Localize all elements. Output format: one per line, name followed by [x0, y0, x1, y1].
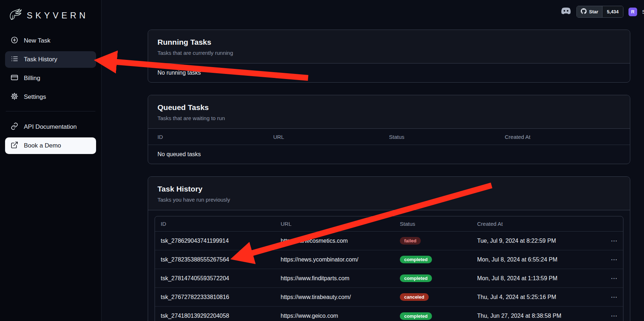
- card-title: Running Tasks: [157, 38, 621, 47]
- queued-table-header: ID URL Status Created At: [148, 129, 630, 145]
- task-id: tsk_278235388555267564: [161, 256, 281, 263]
- status-badge: completed: [400, 256, 432, 263]
- task-created-at: Mon, Jul 8, 2024 at 6:55:24 PM: [477, 256, 596, 263]
- github-star-button[interactable]: Star 5,434: [576, 6, 623, 18]
- table-row[interactable]: tsk_276727822333810816 https://www.tirab…: [155, 288, 623, 307]
- task-url: https://news.ycombinator.com/: [281, 256, 400, 263]
- user-name-partial: S: [642, 9, 644, 15]
- sidebar-item-label: API Documentation: [24, 123, 77, 131]
- skyvern-dragon-icon: [7, 8, 23, 23]
- sidebar-item-label: Task History: [24, 56, 57, 63]
- card-subtitle: Tasks you have run previously: [157, 197, 621, 203]
- column-header-created-at: Created At: [477, 221, 596, 227]
- task-id: tsk_276727822333810816: [161, 294, 281, 300]
- running-tasks-card: Running Tasks Tasks that are currently r…: [148, 30, 630, 83]
- card-title: Queued Tasks: [157, 103, 621, 112]
- column-header-status: Status: [389, 134, 505, 140]
- sidebar-item-settings[interactable]: Settings: [5, 89, 96, 105]
- table-row[interactable]: tsk_278629043741199914 https://tartecosm…: [155, 232, 623, 250]
- task-id: tsk_278147405593572204: [161, 275, 281, 282]
- github-icon: [581, 8, 587, 15]
- task-url: https://www.tirabeauty.com/: [281, 294, 400, 300]
- running-tasks-empty: No running tasks: [148, 63, 630, 82]
- table-row[interactable]: tsk_274180139292204058 https://www.geico…: [155, 307, 623, 321]
- brand-name: SKYVERN: [27, 10, 88, 21]
- column-header-url: URL: [273, 134, 389, 140]
- sidebar-item-label: New Task: [24, 37, 50, 44]
- queued-tasks-card: Queued Tasks Tasks that are waiting to r…: [148, 95, 630, 164]
- discord-icon: [561, 7, 571, 16]
- table-row[interactable]: tsk_278235388555267564 https://news.ycom…: [155, 250, 623, 269]
- primary-nav: New Task Task History Billing Settings: [5, 32, 96, 105]
- sidebar-item-label: Book a Demo: [24, 142, 61, 149]
- topbar: Star 5,434 R S: [561, 6, 644, 18]
- row-actions-button[interactable]: ⋯: [611, 274, 617, 282]
- task-created-at: Tue, Jul 9, 2024 at 8:22:59 PM: [477, 238, 596, 244]
- book-a-demo-button[interactable]: Book a Demo: [5, 137, 96, 154]
- link-icon: [10, 122, 18, 132]
- sidebar-item-new-task[interactable]: New Task: [5, 32, 96, 49]
- task-id: tsk_274180139292204058: [161, 313, 281, 319]
- plus-circle-icon: [10, 36, 18, 46]
- list-icon: [10, 55, 18, 65]
- task-url: https://tartecosmetics.com: [281, 238, 400, 244]
- card-subtitle: Tasks that are waiting to run: [157, 115, 621, 121]
- status-badge: completed: [400, 274, 432, 282]
- sidebar-item-label: Settings: [24, 93, 46, 101]
- sidebar-divider: [6, 111, 95, 111]
- gear-icon: [10, 92, 18, 102]
- credit-card-icon: [10, 74, 18, 83]
- column-header-status: Status: [400, 221, 477, 227]
- task-created-at: Thu, Jun 27, 2024 at 8:38:58 PM: [477, 313, 596, 319]
- row-actions-button[interactable]: ⋯: [611, 256, 617, 264]
- column-header-id: ID: [161, 221, 281, 227]
- brand-logo: SKYVERN: [5, 6, 96, 32]
- sidebar-item-label: Billing: [24, 75, 40, 82]
- secondary-nav: API Documentation Book a Demo: [5, 119, 96, 154]
- sidebar-item-billing[interactable]: Billing: [5, 70, 96, 87]
- main-content: Running Tasks Tasks that are currently r…: [101, 0, 644, 321]
- external-link-icon: [10, 141, 18, 151]
- row-actions-button[interactable]: ⋯: [611, 312, 617, 320]
- running-tasks-header: Running Tasks Tasks that are currently r…: [148, 30, 630, 63]
- user-avatar[interactable]: R: [628, 8, 637, 16]
- card-title: Task History: [157, 185, 621, 193]
- queued-tasks-empty: No queued tasks: [148, 145, 630, 164]
- task-created-at: Mon, Jul 8, 2024 at 1:13:59 PM: [477, 275, 596, 282]
- column-header-created-at: Created At: [505, 134, 621, 140]
- task-history-header: Task History Tasks you have run previous…: [148, 177, 630, 210]
- status-badge: canceled: [400, 293, 429, 301]
- discord-button[interactable]: [561, 7, 571, 16]
- row-actions-button[interactable]: ⋯: [611, 293, 617, 301]
- task-url: https://www.finditparts.com: [281, 275, 400, 282]
- task-created-at: Thu, Jul 4, 2024 at 5:25:16 PM: [477, 294, 596, 300]
- task-history-table-header: ID URL Status Created At: [155, 216, 623, 232]
- task-url: https://www.geico.com: [281, 313, 400, 319]
- task-history-card: Task History Tasks you have run previous…: [148, 176, 630, 321]
- sidebar-item-api-documentation[interactable]: API Documentation: [5, 119, 96, 135]
- queued-tasks-header: Queued Tasks Tasks that are waiting to r…: [148, 95, 630, 129]
- task-history-table: ID URL Status Created At tsk_27862904374…: [155, 216, 623, 321]
- sidebar-item-task-history[interactable]: Task History: [5, 51, 96, 68]
- status-badge: failed: [400, 237, 421, 245]
- task-id: tsk_278629043741199914: [161, 238, 281, 244]
- sidebar: SKYVERN New Task Task History Billing: [0, 0, 101, 321]
- github-star-count: 5,434: [602, 6, 623, 17]
- column-header-id: ID: [157, 134, 273, 140]
- github-star-label: Star: [589, 9, 598, 14]
- card-subtitle: Tasks that are currently running: [157, 50, 621, 56]
- column-header-url: URL: [281, 221, 400, 227]
- row-actions-button[interactable]: ⋯: [611, 237, 617, 245]
- table-row[interactable]: tsk_278147405593572204 https://www.findi…: [155, 269, 623, 288]
- status-badge: completed: [400, 312, 432, 320]
- task-history-rows: tsk_278629043741199914 https://tartecosm…: [155, 232, 623, 321]
